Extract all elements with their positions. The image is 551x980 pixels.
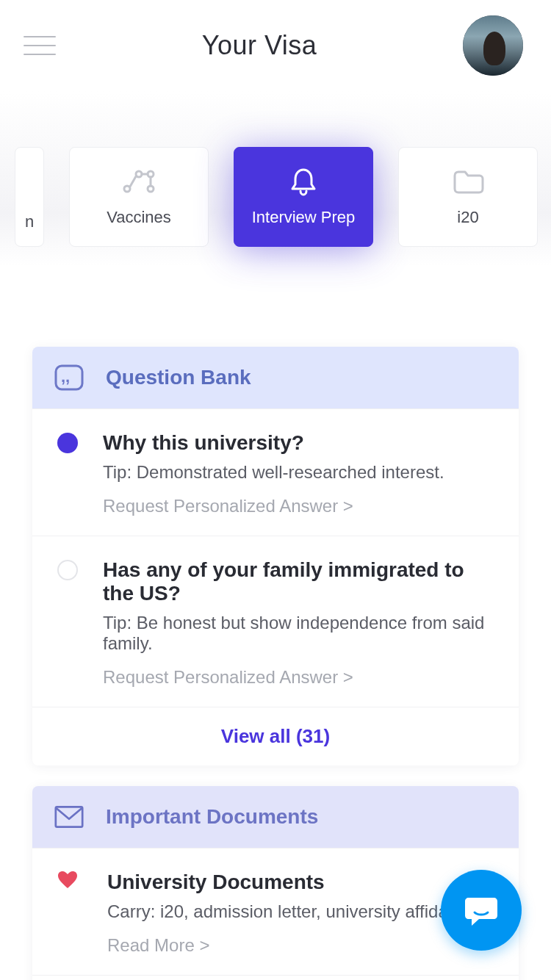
tab-label: i20 <box>457 208 478 227</box>
tab-interview-prep[interactable]: Interview Prep <box>234 147 373 247</box>
status-dot-icon <box>57 433 78 453</box>
tab-strip: n Vaccines Interview Prep <box>0 91 551 266</box>
tab-label: Vaccines <box>107 208 171 227</box>
route-icon <box>121 167 156 196</box>
view-all-button[interactable]: View all (31) <box>32 707 519 765</box>
envelope-icon <box>54 804 84 830</box>
card-title: Important Documents <box>106 805 318 829</box>
chat-icon <box>461 890 501 930</box>
hamburger-icon[interactable] <box>24 36 56 55</box>
tab-vaccines[interactable]: Vaccines <box>69 147 209 247</box>
question-text: Has any of your family immigrated to the… <box>103 558 494 605</box>
tab-i20[interactable]: i20 <box>398 147 538 247</box>
question-bank-card: ,, Question Bank Why this university? Ti… <box>32 347 519 765</box>
chat-fab[interactable] <box>441 870 522 951</box>
document-row[interactable]: Financial Documents Carry: IT returns, p… <box>32 975 519 980</box>
request-answer-link[interactable]: Request Personalized Answer > <box>103 667 494 688</box>
document-body: Carry: i20, admission letter, university… <box>107 901 494 922</box>
card-title: Question Bank <box>106 366 251 389</box>
tab-item-left[interactable]: n <box>15 147 44 247</box>
status-dot-icon <box>57 560 78 580</box>
heart-icon <box>57 871 82 956</box>
documents-header: Important Documents <box>32 786 519 848</box>
question-bank-header: ,, Question Bank <box>32 347 519 408</box>
folder-icon <box>450 167 486 196</box>
request-answer-link[interactable]: Request Personalized Answer > <box>103 496 494 516</box>
question-tip: Tip: Be honest but show independence fro… <box>103 613 494 654</box>
tab-label: n <box>25 212 34 231</box>
page-title: Your Visa <box>56 30 463 61</box>
tab-label: Interview Prep <box>252 208 356 227</box>
question-row[interactable]: Has any of your family immigrated to the… <box>32 536 519 707</box>
question-tip: Tip: Demonstrated well-researched intere… <box>103 462 494 483</box>
avatar[interactable] <box>463 15 523 76</box>
document-title: University Documents <box>107 871 494 894</box>
question-row[interactable]: Why this university? Tip: Demonstrated w… <box>32 408 519 536</box>
svg-line-3 <box>130 176 136 187</box>
question-text: Why this university? <box>103 431 494 455</box>
svg-text:,,: ,, <box>61 367 70 386</box>
app-header: Your Visa <box>0 0 551 91</box>
quote-icon: ,, <box>54 364 84 391</box>
documents-card: Important Documents University Documents… <box>32 786 519 980</box>
bell-icon <box>286 167 321 196</box>
read-more-link[interactable]: Read More > <box>107 935 494 956</box>
